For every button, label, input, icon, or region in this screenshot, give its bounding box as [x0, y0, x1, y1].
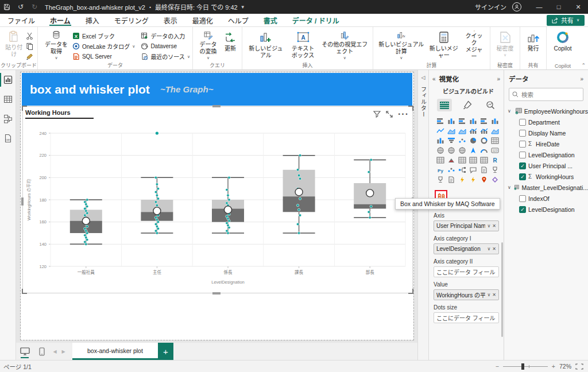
sign-in-button[interactable]: サインイン — [475, 2, 506, 11]
pill-remove-icon[interactable]: ✕ — [492, 246, 496, 251]
resize-handle-bottom[interactable] — [212, 292, 220, 294]
dax-query-view-button[interactable]: DAX — [0, 129, 16, 148]
visual-type-table-icon[interactable] — [467, 155, 478, 165]
minimize-button[interactable]: — — [529, 0, 549, 14]
get-data-button[interactable]: データを取得 ∨ — [40, 29, 72, 61]
zoom-slider-thumb[interactable] — [521, 363, 524, 370]
collapse-ribbon-icon[interactable]: ⌃ — [581, 63, 586, 68]
field-item-WorkingHours[interactable]: ✓ΣWorkingHours — [504, 171, 588, 182]
chart-container[interactable]: 120140160180200220240一般社員主任係長課長部長LevelDe… — [24, 127, 410, 286]
expand-data-panel-icon[interactable]: » — [580, 76, 583, 82]
recent-sources-button[interactable]: 最近のソース∨ — [141, 52, 190, 61]
refresh-button[interactable]: 更新 — [221, 29, 239, 61]
resize-handle-top[interactable] — [212, 105, 220, 107]
publish-button[interactable]: 発行 — [523, 29, 544, 61]
more-visuals-button[interactable]: その他の視覚エフェクト ∨ — [319, 29, 370, 61]
mobile-layout-button[interactable] — [33, 343, 51, 360]
new-measure-button[interactable]: 新しいメジャー — [427, 29, 461, 61]
model-view-button[interactable] — [0, 109, 16, 129]
visual-type-get-more-visuals-icon[interactable] — [489, 175, 500, 184]
visual-type-line-icon[interactable] — [435, 126, 446, 135]
search-input[interactable] — [521, 91, 579, 98]
field-checkbox[interactable] — [519, 195, 526, 202]
menu-tab-ファイル[interactable]: ファイル — [0, 14, 42, 26]
empty-field-well[interactable]: ここにデータ フィールドを... — [434, 266, 499, 277]
visual-type-hundred-stacked-column-icon[interactable] — [489, 116, 500, 126]
desktop-layout-button[interactable] — [16, 343, 33, 360]
visual-type-matrix-icon[interactable] — [478, 155, 489, 165]
visual-type-multi-row-card-icon[interactable] — [435, 155, 446, 165]
visual-type-goals-icon[interactable] — [435, 175, 446, 184]
field-checkbox[interactable] — [519, 130, 526, 137]
field-item-Department[interactable]: Department — [504, 117, 588, 127]
excel-workbook-button[interactable]: X Excel ブック — [72, 31, 136, 41]
visual-type-python-visual-icon[interactable]: Py — [435, 165, 446, 175]
pill-dropdown-icon[interactable]: ∨ — [487, 246, 490, 251]
visual-type-r-script-visual-icon[interactable]: R — [489, 155, 500, 165]
menu-tab-挿入[interactable]: 挿入 — [78, 14, 107, 26]
table-node[interactable]: ∨Master_LevelDesignati... — [504, 182, 588, 193]
transform-data-button[interactable]: データの変換 ∨ — [195, 29, 221, 61]
field-item-LevelDesignation[interactable]: LevelDesignation — [504, 149, 588, 160]
box-whisker-visual[interactable]: Working Hours ··· 120140160180200220240一… — [23, 107, 412, 293]
zoom-in-icon[interactable]: + — [552, 363, 555, 370]
field-pill[interactable]: User Principal Name∨✕ — [434, 220, 499, 231]
field-item-LevelDesignation[interactable]: ✓LevelDesignation — [504, 204, 588, 215]
visual-type-clustered-bar-icon[interactable] — [457, 116, 467, 126]
pill-remove-icon[interactable]: ✕ — [492, 223, 496, 228]
fit-to-page-icon[interactable] — [575, 363, 583, 370]
pill-remove-icon[interactable]: ✕ — [492, 292, 496, 297]
visual-type-stacked-area-icon[interactable] — [457, 126, 467, 135]
viz-panel-scrollbar[interactable] — [501, 242, 503, 337]
visual-type-slicer-icon[interactable] — [457, 155, 467, 165]
table-view-button[interactable] — [0, 90, 16, 109]
visual-type-area-icon[interactable] — [446, 126, 457, 135]
more-options-icon[interactable]: ··· — [398, 109, 409, 119]
resize-handle-left[interactable] — [21, 197, 24, 206]
copilot-button[interactable]: Copilot — [549, 29, 577, 61]
report-view-button[interactable] — [0, 70, 16, 90]
visual-type-filled-map-icon[interactable] — [446, 145, 457, 155]
filter-funnel-icon[interactable] — [373, 111, 381, 118]
table-node[interactable]: ∨EmployeeWorkinghours — [504, 106, 588, 117]
add-page-button[interactable]: + — [158, 343, 173, 360]
report-canvas[interactable]: box and whisker plot ~The Graph~ Working… — [16, 70, 417, 343]
visual-type-power-automate-icon[interactable] — [457, 175, 467, 184]
analytics-tab[interactable] — [483, 99, 498, 111]
visual-type-line-stacked-column-icon[interactable] — [467, 126, 478, 135]
visual-type-hundred-stacked-bar-icon[interactable] — [478, 116, 489, 126]
field-checkbox-checked[interactable]: ✓ — [519, 162, 526, 169]
collapse-table-icon[interactable]: ∨ — [508, 108, 513, 114]
visual-type-treemap-icon[interactable] — [489, 135, 500, 145]
format-painter-icon[interactable] — [26, 52, 35, 61]
field-item-User-Principal-[interactable]: ✓User Principal ... — [504, 160, 588, 171]
field-checkbox[interactable] — [519, 141, 526, 148]
quick-measure-button[interactable]: クイック メジャー — [461, 29, 488, 61]
new-visual-button[interactable]: 新しいビジュアル — [245, 29, 287, 61]
field-item-IndexOf[interactable]: IndexOf — [504, 193, 588, 204]
menu-tab-ホーム[interactable]: ホーム — [42, 14, 78, 26]
visual-type-scorecard-icon[interactable] — [489, 165, 500, 175]
visual-type-azure-map-icon[interactable] — [467, 145, 478, 155]
visual-type-pie-icon[interactable] — [467, 135, 478, 145]
visual-type-card-icon[interactable]: 123 — [489, 145, 500, 155]
cut-icon[interactable] — [26, 31, 35, 41]
visual-type-key-influencers-icon[interactable] — [446, 165, 457, 175]
menu-tab-ヘルプ[interactable]: ヘルプ — [220, 14, 256, 26]
format-visual-tab[interactable] — [460, 99, 475, 111]
field-item-HireDate[interactable]: ΣHireDate — [504, 138, 588, 149]
visual-type-shape-map-icon[interactable] — [457, 145, 467, 155]
field-pill[interactable]: LevelDesignation∨✕ — [434, 243, 499, 254]
visual-type-paginated-report-icon[interactable] — [446, 175, 457, 184]
visual-type-qa-icon[interactable] — [467, 165, 478, 175]
visual-type-line-clustered-column-icon[interactable] — [478, 126, 489, 135]
box-whisker-chart-svg[interactable]: 120140160180200220240一般社員主任係長課長部長LevelDe… — [24, 127, 410, 286]
collapse-viz-panel-icon[interactable]: « — [432, 76, 436, 82]
menu-tab-モデリング[interactable]: モデリング — [107, 14, 156, 26]
visual-type-stacked-bar-icon[interactable] — [435, 116, 446, 126]
new-visual-calculation-button[interactable]: fx 新しいビジュアル計算 ∨ — [376, 29, 427, 61]
field-checkbox-checked[interactable]: ✓ — [519, 173, 526, 180]
build-visual-tab[interactable] — [437, 99, 452, 111]
close-button[interactable]: ✕ — [568, 0, 588, 14]
menu-tab-最適化[interactable]: 最適化 — [185, 14, 220, 26]
